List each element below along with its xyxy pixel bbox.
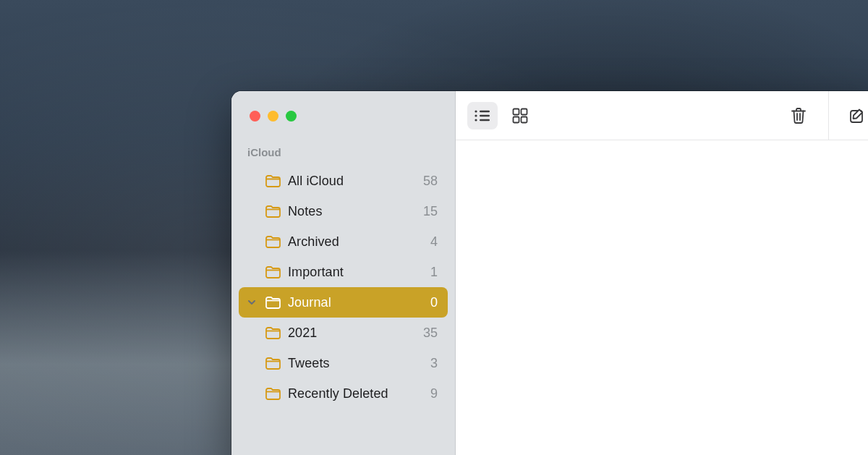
toolbar (456, 91, 868, 140)
window-minimize-button[interactable] (268, 111, 278, 122)
svg-point-2 (475, 114, 477, 116)
view-list-button[interactable] (467, 102, 498, 129)
view-gallery-button[interactable] (505, 102, 535, 129)
folder-count: 1 (430, 265, 438, 280)
delete-button[interactable] (783, 102, 814, 129)
folder-label: Tweets (288, 356, 423, 371)
svg-rect-3 (480, 114, 490, 116)
folder-count: 0 (430, 295, 438, 310)
folder-icon (265, 294, 281, 310)
folder-count: 9 (430, 386, 438, 401)
window-close-button[interactable] (250, 111, 260, 122)
folder-label: Recently Deleted (288, 386, 423, 401)
sidebar: iCloud All iCloud58Notes15Archived4Impor… (231, 91, 456, 455)
compose-icon (848, 107, 866, 124)
folder-label: Archived (288, 234, 423, 250)
svg-rect-7 (522, 109, 527, 114)
notes-window: iCloud All iCloud58Notes15Archived4Impor… (231, 91, 868, 455)
sidebar-folder-list: All iCloud58Notes15Archived4Important1Jo… (231, 166, 455, 409)
folder-count: 15 (423, 204, 438, 219)
folder-count: 35 (423, 326, 438, 341)
folder-icon (265, 264, 281, 280)
svg-rect-8 (514, 116, 519, 122)
svg-point-4 (475, 119, 477, 121)
sidebar-folder-notes[interactable]: Notes15 (239, 196, 448, 226)
sidebar-folder-all-icloud[interactable]: All iCloud58 (239, 166, 448, 196)
sidebar-folder-recently-deleted[interactable]: Recently Deleted9 (239, 378, 448, 409)
notes-content-area (456, 140, 868, 455)
list-view-icon (474, 109, 491, 123)
folder-icon (265, 234, 281, 250)
main-area (456, 91, 868, 455)
folder-count: 4 (430, 234, 438, 250)
svg-rect-1 (480, 110, 490, 111)
window-titlebar (231, 91, 455, 140)
sidebar-folder-2021[interactable]: 202135 (239, 318, 448, 348)
folder-icon (265, 203, 281, 219)
folder-label: Notes (288, 204, 416, 219)
sidebar-folder-important[interactable]: Important1 (239, 257, 448, 287)
sidebar-folder-archived[interactable]: Archived4 (239, 226, 448, 257)
svg-rect-5 (480, 119, 490, 120)
svg-rect-6 (514, 109, 519, 114)
toolbar-divider (828, 91, 829, 140)
chevron-down-icon[interactable] (246, 298, 258, 307)
folder-icon (265, 173, 281, 189)
sidebar-folder-tweets[interactable]: Tweets3 (239, 348, 448, 378)
folder-label: 2021 (288, 326, 416, 341)
sidebar-section-title: iCloud (231, 140, 455, 166)
svg-point-0 (475, 110, 477, 112)
window-maximize-button[interactable] (286, 111, 297, 122)
new-note-button[interactable] (842, 102, 868, 129)
gallery-view-icon (512, 108, 528, 124)
folder-icon (265, 355, 281, 371)
folder-count: 3 (430, 356, 438, 371)
folder-label: All iCloud (288, 174, 416, 189)
sidebar-folder-journal[interactable]: Journal0 (239, 287, 448, 318)
trash-icon (791, 107, 807, 124)
svg-rect-9 (522, 116, 527, 122)
folder-icon (265, 386, 281, 401)
folder-icon (265, 325, 281, 341)
folder-label: Important (288, 265, 423, 280)
desktop-background: iCloud All iCloud58Notes15Archived4Impor… (0, 0, 868, 455)
folder-count: 58 (423, 174, 438, 189)
folder-label: Journal (288, 295, 423, 310)
